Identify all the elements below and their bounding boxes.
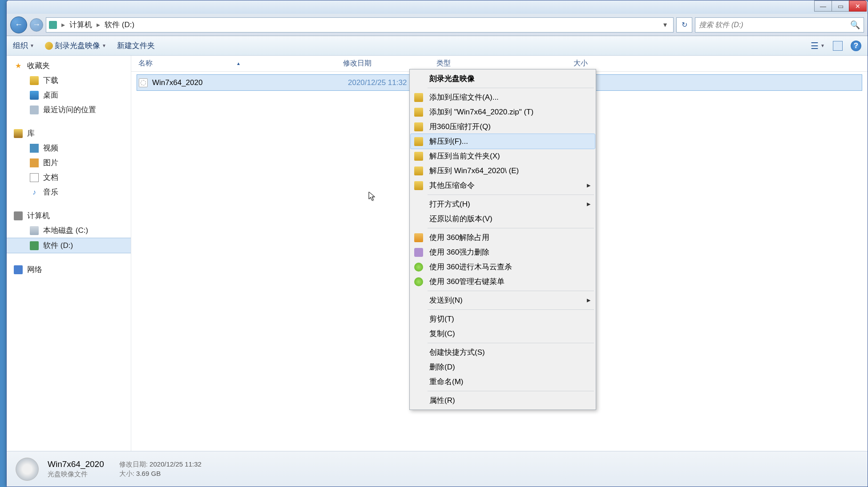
separator [428, 291, 594, 291]
ctx-360-forcedelete[interactable]: 使用 360强力删除 [411, 245, 595, 260]
search-input[interactable] [699, 21, 848, 29]
forward-button[interactable]: → [30, 18, 43, 32]
ctx-360-manage[interactable]: 使用 360管理右键菜单 [411, 274, 595, 289]
details-date-label: 修改日期: [119, 460, 148, 468]
details-date: 2020/12/25 11:32 [149, 460, 202, 468]
ctx-extract-to[interactable]: 解压到(F)... [410, 134, 595, 149]
disc-icon [45, 42, 53, 50]
new-folder-label: 新建文件夹 [117, 41, 155, 51]
downloads-icon [30, 76, 39, 85]
search-box[interactable]: 🔍 [695, 17, 864, 32]
sort-up-icon: ▲ [236, 61, 241, 66]
ctx-burn[interactable]: 刻录光盘映像 [411, 71, 595, 86]
ctx-360-unlock[interactable]: 使用 360解除占用 [411, 230, 595, 245]
separator [428, 309, 594, 310]
ctx-360-trojan[interactable]: 使用 360进行木马云查杀 [411, 260, 595, 274]
back-button[interactable]: ← [10, 16, 27, 33]
archive-icon [414, 137, 423, 146]
explorer-window: — ▭ ✕ ← → ▸ 计算机 ▸ 软件 (D:) ▾ ↻ 🔍 组织 ▼ [6, 0, 868, 487]
help-button[interactable]: ? [851, 41, 861, 51]
file-list-area: 名称 ▲ 修改日期 类型 大小 Win7x64_2020 2020/12/25 … [131, 56, 868, 451]
maximize-button[interactable]: ▭ [832, 0, 849, 12]
ctx-add-archive[interactable]: 添加到压缩文件(A)... [411, 90, 595, 105]
sidebar-recent[interactable]: 最近访问的位置 [7, 102, 131, 117]
preview-pane-button[interactable] [833, 41, 843, 51]
drive-icon [30, 226, 39, 235]
ctx-restore[interactable]: 还原以前的版本(V) [411, 211, 595, 226]
music-icon: ♪ [30, 188, 39, 197]
organize-label: 组织 [13, 41, 28, 51]
ctx-shortcut[interactable]: 创建快捷方式(S) [411, 345, 595, 360]
sidebar-desktop[interactable]: 桌面 [7, 88, 131, 102]
ctx-cut[interactable]: 剪切(T) [411, 312, 595, 326]
sidebar-computer[interactable]: 计算机 [7, 208, 131, 223]
ctx-other-compress[interactable]: 其他压缩命令▶ [411, 178, 595, 193]
360-icon [414, 248, 423, 257]
separator [428, 228, 594, 228]
ctx-add-zip[interactable]: 添加到 "Win7x64_2020.zip" (T) [411, 105, 595, 119]
sidebar-documents[interactable]: 文档 [7, 170, 131, 185]
burn-button[interactable]: 刻录光盘映像 ▼ [45, 41, 106, 51]
breadcrumb-drive[interactable]: 软件 (D:) [105, 20, 134, 30]
ctx-open-360[interactable]: 用360压缩打开(Q) [411, 119, 595, 134]
sidebar-network[interactable]: 网络 [7, 262, 131, 277]
details-pane: Win7x64_2020 光盘映像文件 修改日期: 2020/12/25 11:… [7, 451, 868, 487]
address-dropdown[interactable]: ▾ [660, 20, 670, 29]
ctx-extract-named[interactable]: 解压到 Win7x64_2020\ (E) [411, 163, 595, 178]
titlebar: — ▭ ✕ [7, 0, 868, 14]
disc-thumbnail-icon [16, 458, 39, 481]
close-button[interactable]: ✕ [849, 0, 867, 12]
refresh-button[interactable]: ↻ [676, 17, 692, 32]
sidebar-drive-d[interactable]: 软件 (D:) [7, 238, 131, 253]
ctx-rename[interactable]: 重命名(M) [411, 374, 595, 389]
separator [428, 88, 594, 88]
360-icon [414, 233, 423, 242]
sidebar-music[interactable]: ♪ 音乐 [7, 185, 131, 199]
recent-icon [30, 106, 39, 114]
chevron-right-icon: ▶ [587, 201, 590, 207]
context-menu: 刻录光盘映像 添加到压缩文件(A)... 添加到 "Win7x64_2020.z… [409, 69, 596, 410]
breadcrumb-computer[interactable]: 计算机 [69, 20, 92, 30]
sidebar-libraries[interactable]: 库 [7, 126, 131, 141]
address-bar[interactable]: ▸ 计算机 ▸ 软件 (D:) ▾ [46, 17, 674, 32]
ctx-extract-here[interactable]: 解压到当前文件夹(X) [411, 149, 595, 163]
ctx-properties[interactable]: 属性(R) [411, 393, 595, 408]
ctx-delete[interactable]: 删除(D) [411, 360, 595, 374]
computer-icon [14, 211, 23, 220]
sidebar-pictures[interactable]: 图片 [7, 155, 131, 170]
col-name[interactable]: 名称 ▲ [138, 59, 343, 68]
sidebar-drive-c[interactable]: 本地磁盘 (C:) [7, 223, 131, 238]
search-icon[interactable]: 🔍 [850, 20, 860, 30]
minimize-button[interactable]: — [814, 0, 832, 12]
archive-icon [414, 181, 423, 190]
separator [428, 195, 594, 195]
sidebar-favorites[interactable]: ★ 收藏夹 [7, 58, 131, 73]
ctx-copy[interactable]: 复制(C) [411, 326, 595, 341]
details-filetype: 光盘映像文件 [48, 470, 104, 479]
archive-icon [414, 122, 423, 131]
360-icon [414, 263, 423, 272]
sidebar-downloads[interactable]: 下载 [7, 73, 131, 88]
library-icon [14, 129, 23, 138]
star-icon: ★ [14, 61, 23, 70]
organize-button[interactable]: 组织 ▼ [13, 41, 34, 51]
ctx-send-to[interactable]: 发送到(N)▶ [411, 293, 595, 308]
details-size-label: 大小: [119, 470, 134, 477]
ctx-open-with[interactable]: 打开方式(H)▶ [411, 197, 595, 211]
archive-icon [414, 93, 423, 102]
file-name: Win7x64_2020 [152, 78, 348, 87]
col-date[interactable]: 修改日期 [343, 59, 436, 68]
col-size[interactable]: 大小 [530, 59, 597, 68]
drive-icon [49, 21, 57, 29]
window-controls: — ▭ ✕ [814, 0, 867, 12]
view-button[interactable]: ☰ ▼ [811, 41, 825, 51]
separator [428, 391, 594, 391]
cursor-icon [368, 191, 376, 202]
new-folder-button[interactable]: 新建文件夹 [117, 41, 155, 51]
nav-sidebar: ★ 收藏夹 下载 桌面 最近访问的位置 [7, 56, 131, 451]
col-type[interactable]: 类型 [436, 59, 530, 68]
breadcrumb-sep: ▸ [61, 20, 65, 29]
details-filename: Win7x64_2020 [48, 459, 104, 469]
360-icon [414, 277, 423, 286]
sidebar-videos[interactable]: 视频 [7, 141, 131, 155]
